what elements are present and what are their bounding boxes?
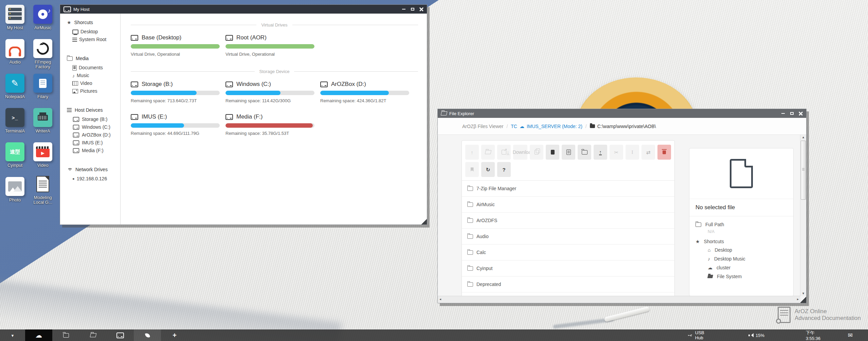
file-row[interactable]: Calc: [462, 245, 674, 261]
desktop-icon-video[interactable]: ▶ Video: [30, 142, 56, 168]
sidebar-item-arozbox-d[interactable]: ArOZBox (D:): [67, 131, 120, 139]
taskbar-collapse-button[interactable]: [0, 329, 25, 341]
file-explorer-titlebar[interactable]: File Explorer: [438, 109, 806, 118]
rename-button[interactable]: [626, 145, 639, 160]
drive-card-media-f[interactable]: Media (F:) Remaining space: 35.78G/1.53T: [225, 113, 314, 136]
maximize-button[interactable]: [411, 7, 415, 11]
drive-card-arozbox-d[interactable]: ArOZBox (D:) Remaining space: 424.36G/1.…: [320, 81, 409, 103]
scroll-left-arrow[interactable]: [439, 298, 441, 301]
desktop-icon-ffmpeg-factory[interactable]: FFmpeg Factory: [30, 39, 56, 69]
shortcut-desktop[interactable]: Desktop: [708, 246, 787, 254]
close-button[interactable]: [419, 7, 423, 11]
file-list-panel: Download: [462, 140, 675, 296]
new-folder-button[interactable]: [578, 145, 591, 160]
shortcuts-label: Shortcuts: [704, 239, 724, 244]
scroll-right-arrow[interactable]: [797, 298, 799, 301]
desktop-icon-filary[interactable]: Filary: [30, 74, 56, 99]
upload-button[interactable]: [594, 145, 607, 160]
drive-icon: [225, 35, 233, 41]
desktop-icon-my-host[interactable]: My Host: [2, 5, 28, 30]
scroll-down-arrow[interactable]: [800, 292, 806, 295]
scroll-up-arrow[interactable]: [800, 136, 806, 139]
tray-usb[interactable]: USB Hub: [688, 330, 707, 340]
minimize-button[interactable]: [402, 7, 406, 11]
scrollbar-thumb[interactable]: [801, 141, 806, 200]
download-button[interactable]: Download: [513, 145, 527, 160]
file-row[interactable]: Deprecated: [462, 276, 674, 292]
taskbar-button-leaf[interactable]: [134, 329, 161, 341]
desktop-icon-audio[interactable]: Audio: [2, 39, 28, 65]
bookmark-button[interactable]: [465, 162, 479, 177]
sidebar-item-video[interactable]: Video: [67, 79, 120, 87]
drive-card-storage-b[interactable]: Storage (B:) Remaining space: 713.64G/2.…: [131, 81, 220, 103]
desktop-icon-airmusic[interactable]: AirMusic: [30, 5, 56, 30]
go-up-button[interactable]: [465, 145, 479, 160]
sidebar-item-network-drive[interactable]: 192.168.0.126: [67, 175, 120, 183]
shortcut-cluster[interactable]: cluster: [708, 264, 787, 271]
sidebar-item-music[interactable]: Music: [67, 72, 120, 79]
new-file-button[interactable]: [562, 145, 575, 160]
move-button[interactable]: [641, 145, 655, 160]
desktop-icon-writera[interactable]: WriterA: [30, 108, 56, 133]
resize-grip[interactable]: [421, 218, 427, 225]
server-prefix: TC: [511, 124, 517, 129]
file-row[interactable]: ArOZDFS: [462, 213, 674, 229]
file-row[interactable]: AirMusic: [462, 197, 674, 213]
pencil-note-icon: ✎: [5, 74, 24, 93]
taskbar-button-cloud[interactable]: [25, 329, 52, 341]
sidebar-item-pictures[interactable]: Pictures: [67, 87, 120, 95]
maximize-button[interactable]: [790, 111, 794, 115]
desktop-icon-cyinput[interactable]: 速型 Cyinput: [2, 142, 28, 168]
paste-button[interactable]: [546, 145, 559, 160]
horizontal-scrollbar[interactable]: [438, 296, 800, 303]
sidebar-item-storage-b[interactable]: Storage (B:): [67, 115, 120, 123]
copy-button[interactable]: [530, 145, 543, 160]
drive-card-root[interactable]: Root (AOR) Virtual Drive, Operational: [225, 34, 314, 57]
drive-card-base[interactable]: Base (Desktop) Virtual Drive, Operationa…: [131, 34, 220, 57]
drive-card-imus-e[interactable]: IMUS (E:) Remaining space: 44.69G/111.79…: [131, 113, 220, 136]
close-button[interactable]: [799, 111, 803, 115]
refresh-button[interactable]: [481, 162, 495, 177]
my-host-titlebar[interactable]: My Host: [60, 5, 427, 14]
vertical-scrollbar[interactable]: [800, 135, 806, 296]
drive-card-windows-c[interactable]: Windows (C:) Remaining space: 114.42G/30…: [225, 81, 314, 103]
file-row[interactable]: Cyinput: [462, 261, 674, 276]
music-icon: [72, 73, 75, 78]
sidebar-item-documents[interactable]: Documents: [67, 64, 120, 72]
sidebar-item-system-root[interactable]: System Root: [67, 36, 120, 43]
shortcut-desktop-music[interactable]: Desktop Music: [708, 255, 787, 263]
taskbar-button-folder-open[interactable]: [79, 329, 107, 341]
file-toolbar: Download: [462, 141, 674, 181]
tray-messages[interactable]: [848, 333, 853, 338]
plus-icon: [173, 332, 177, 339]
open-button[interactable]: [481, 145, 495, 160]
tray-clock[interactable]: 下午3:55:36: [806, 330, 820, 341]
tray-volume[interactable]: 15%: [748, 333, 764, 338]
file-name: Deprecated: [476, 282, 501, 287]
delete-button[interactable]: [657, 145, 671, 160]
taskbar-button-folder[interactable]: [52, 329, 79, 341]
breadcrumb-path[interactable]: C:\wamp\www\private\AOB\: [590, 124, 656, 129]
branding-line1: ArOZ Online: [795, 308, 861, 315]
help-button[interactable]: [497, 162, 511, 177]
taskbar-button-drive[interactable]: [107, 329, 134, 341]
desktop-icon-notepada[interactable]: ✎ NotepadA: [2, 74, 28, 99]
desktop-icon-photo[interactable]: Photo: [2, 177, 28, 202]
breadcrumb-server-link[interactable]: TC IMUS_SERVER (Mode: 2): [511, 124, 582, 129]
desktop-icon-terminala[interactable]: >_ TerminalA: [2, 108, 28, 133]
sidebar-item-windows-c[interactable]: Windows (C:): [67, 123, 120, 131]
file-row[interactable]: 7-Zip File Manager: [462, 181, 674, 197]
sidebar-item-desktop[interactable]: Desktop: [67, 28, 120, 36]
shortcut-label: File System: [717, 273, 742, 280]
taskbar-button-add[interactable]: [161, 329, 188, 341]
desktop-icon-modeling-doc[interactable]: Modeling Local G...: [30, 175, 56, 205]
cloud-icon: [520, 124, 524, 129]
file-row[interactable]: Audio: [462, 229, 674, 245]
shortcut-file-system[interactable]: File System: [708, 273, 787, 280]
sidebar-item-imus-e[interactable]: IMUS (E:): [67, 139, 120, 147]
cut-button[interactable]: [610, 145, 623, 160]
minimize-button[interactable]: [781, 111, 785, 115]
resize-grip[interactable]: [800, 296, 806, 303]
sidebar-item-media-f[interactable]: Media (F:): [67, 147, 120, 155]
drive-name: IMUS (E:): [142, 113, 167, 120]
